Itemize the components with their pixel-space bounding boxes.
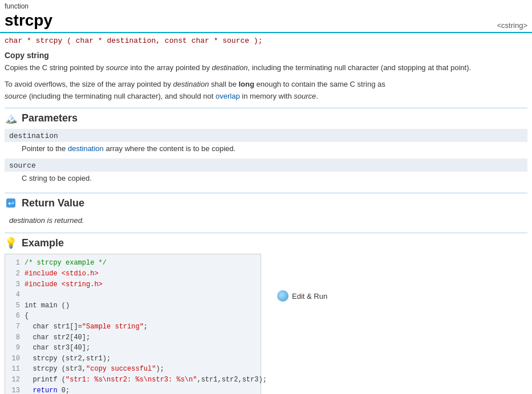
param-source-block: source [5, 159, 527, 172]
code-line-1: 1 /* strcpy example */ [5, 258, 261, 269]
code-line-9: 9 char str3[40]; [5, 343, 261, 354]
description-2: To avoid overflows, the size of the arra… [5, 79, 527, 103]
destination-return-italic: destination [9, 216, 45, 225]
content-area: Copy string Copies the C string pointed … [0, 48, 532, 394]
return-icon: ↩ [5, 197, 17, 209]
example-header: 💡 Example [5, 237, 527, 249]
code-line-4: 4 [5, 290, 261, 300]
long-text: long [238, 80, 254, 88]
param-destination-name: destination [9, 132, 58, 140]
svg-text:↩: ↩ [8, 199, 14, 208]
parameters-icon: 🏔️ [5, 112, 17, 124]
code-line-10: 10 strcpy (str2,str1); [5, 354, 261, 364]
code-line-7: 7 char str1[]="Sample string"; [5, 322, 261, 332]
code-line-3: 3 #include <string.h> [5, 279, 261, 290]
return-divider [5, 193, 527, 193]
page-title: strcpy [5, 11, 52, 30]
param-destination-desc: Pointer to the destination array where t… [5, 142, 527, 156]
param-source-desc: C string to be copied. [5, 172, 527, 186]
overlap-text: overlap [216, 92, 240, 100]
description-1: Copies the C string pointed by source in… [5, 62, 527, 74]
example-title: Example [22, 237, 64, 249]
top-label: function [0, 0, 532, 10]
header-tag: <cstring> [497, 21, 527, 30]
edit-run-icon [277, 290, 289, 302]
example-divider [5, 233, 527, 233]
edit-run-button[interactable]: Edit & Run [273, 288, 332, 304]
code-line-13: 13 return 0; [5, 385, 261, 394]
code-block-container: 1 /* strcpy example */ 2 #include <stdio… [5, 254, 527, 394]
return-title: Return Value [22, 197, 84, 209]
destination-link-1: destination [212, 63, 248, 72]
edit-run-label: Edit & Run [292, 292, 327, 300]
code-block: 1 /* strcpy example */ 2 #include <stdio… [5, 254, 261, 394]
function-signature: char * strcpy ( char * destination, cons… [0, 33, 532, 48]
destination-desc-link: destination [68, 144, 104, 153]
code-line-12: 12 printf ("str1: %s\nstr2: %s\nstr3: %s… [5, 375, 261, 385]
header-area: strcpy <cstring> [0, 10, 532, 33]
signature-text: char * strcpy ( char * destination, cons… [5, 36, 262, 45]
code-line-5: 5 int main () [5, 300, 261, 311]
bulb-icon: 💡 [5, 237, 17, 249]
code-line-11: 11 strcpy (str3,"copy successful"); [5, 364, 261, 375]
source-italic-3: source [294, 92, 316, 100]
param-source-name: source [9, 161, 36, 170]
page-container: function strcpy <cstring> char * strcpy … [0, 0, 532, 394]
return-header: ↩ Return Value [5, 197, 527, 209]
return-svg-icon: ↩ [5, 197, 17, 209]
parameters-header: 🏔️ Parameters [5, 112, 527, 124]
code-line-2: 2 #include <stdio.h> [5, 269, 261, 279]
source-italic-1: source [106, 63, 128, 72]
return-text: destination is returned. [5, 214, 527, 227]
code-line-6: 6 { [5, 311, 261, 322]
example-section: 💡 Example 1 /* strcpy example */ 2 #incl… [5, 233, 527, 394]
source-italic-2: source [5, 92, 27, 100]
param-destination-block: destination [5, 129, 527, 142]
code-line-8: 8 char str2[40]; [5, 332, 261, 343]
return-section: ↩ Return Value destination is returned. [5, 193, 527, 227]
parameters-title: Parameters [22, 112, 78, 124]
copy-string-title: Copy string [5, 51, 527, 60]
parameters-divider [5, 108, 527, 108]
destination-italic-2: destination [173, 80, 209, 88]
